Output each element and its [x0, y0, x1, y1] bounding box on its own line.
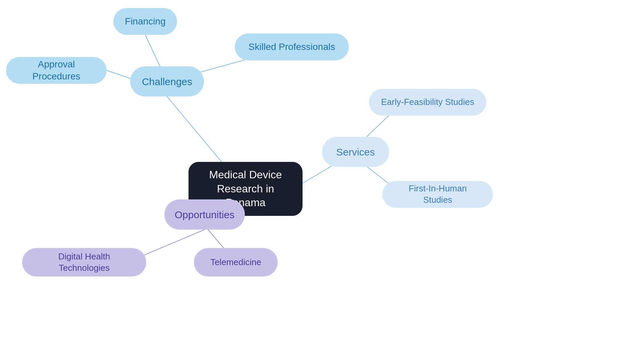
opportunities-node[interactable]: Opportunities	[164, 199, 245, 230]
approval-label: Approval Procedures	[17, 58, 96, 83]
first-in-human-node[interactable]: First-In-Human Studies	[382, 181, 493, 208]
challenges-node[interactable]: Challenges	[130, 66, 204, 97]
challenges-label: Challenges	[142, 75, 192, 88]
skilled-node[interactable]: Skilled Professionals	[235, 34, 349, 60]
digital-label: Digital Health Technologies	[33, 251, 136, 274]
skilled-label: Skilled Professionals	[249, 41, 335, 53]
financing-node[interactable]: Financing	[113, 8, 177, 35]
telemedicine-node[interactable]: Telemedicine	[194, 248, 278, 277]
services-node[interactable]: Services	[322, 137, 389, 167]
early-label: Early-Feasibility Studies	[381, 97, 474, 108]
financing-label: Financing	[125, 15, 165, 27]
early-feasibility-node[interactable]: Early-Feasibility Studies	[369, 89, 486, 116]
opportunities-label: Opportunities	[175, 208, 234, 221]
telemedicine-label: Telemedicine	[210, 257, 261, 268]
services-label: Services	[336, 145, 375, 159]
digital-health-node[interactable]: Digital Health Technologies	[22, 248, 146, 277]
approval-node[interactable]: Approval Procedures	[6, 57, 107, 84]
first-label: First-In-Human Studies	[393, 183, 482, 206]
